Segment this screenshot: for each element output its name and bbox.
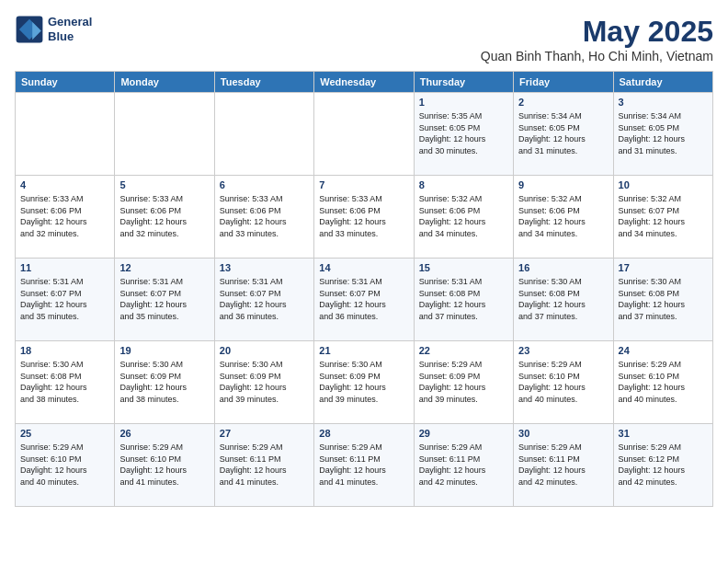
week-row-5: 25Sunrise: 5:29 AM Sunset: 6:10 PM Dayli… bbox=[16, 424, 713, 507]
week-row-3: 11Sunrise: 5:31 AM Sunset: 6:07 PM Dayli… bbox=[16, 259, 713, 341]
day-info: Sunrise: 5:32 AM Sunset: 6:07 PM Dayligh… bbox=[619, 193, 708, 239]
day-cell: 7Sunrise: 5:33 AM Sunset: 6:06 PM Daylig… bbox=[314, 176, 414, 259]
day-info: Sunrise: 5:31 AM Sunset: 6:07 PM Dayligh… bbox=[319, 276, 408, 322]
day-cell: 16Sunrise: 5:30 AM Sunset: 6:08 PM Dayli… bbox=[514, 259, 613, 341]
day-cell: 12Sunrise: 5:31 AM Sunset: 6:07 PM Dayli… bbox=[115, 259, 214, 341]
col-header-sunday: Sunday bbox=[16, 72, 115, 93]
logo: General Blue bbox=[15, 15, 92, 44]
day-cell bbox=[115, 93, 214, 176]
day-info: Sunrise: 5:30 AM Sunset: 6:09 PM Dayligh… bbox=[319, 359, 408, 405]
day-cell: 1Sunrise: 5:35 AM Sunset: 6:05 PM Daylig… bbox=[414, 93, 513, 176]
day-number: 10 bbox=[619, 179, 708, 190]
logo-text: General Blue bbox=[48, 15, 92, 43]
day-number: 11 bbox=[20, 262, 109, 273]
day-number: 18 bbox=[20, 345, 109, 356]
day-info: Sunrise: 5:30 AM Sunset: 6:08 PM Dayligh… bbox=[20, 359, 109, 405]
day-info: Sunrise: 5:29 AM Sunset: 6:09 PM Dayligh… bbox=[419, 359, 508, 405]
day-cell: 18Sunrise: 5:30 AM Sunset: 6:08 PM Dayli… bbox=[16, 341, 115, 424]
day-number: 28 bbox=[319, 428, 408, 439]
day-number: 2 bbox=[518, 97, 608, 108]
day-cell: 15Sunrise: 5:31 AM Sunset: 6:08 PM Dayli… bbox=[414, 259, 513, 341]
day-cell: 20Sunrise: 5:30 AM Sunset: 6:09 PM Dayli… bbox=[214, 341, 313, 424]
day-info: Sunrise: 5:32 AM Sunset: 6:06 PM Dayligh… bbox=[419, 193, 508, 239]
day-number: 17 bbox=[619, 262, 708, 273]
day-info: Sunrise: 5:35 AM Sunset: 6:05 PM Dayligh… bbox=[419, 110, 508, 156]
page-header: General Blue May 2025 Quan Binh Thanh, H… bbox=[15, 15, 713, 63]
day-cell: 21Sunrise: 5:30 AM Sunset: 6:09 PM Dayli… bbox=[314, 341, 414, 424]
day-cell: 2Sunrise: 5:34 AM Sunset: 6:05 PM Daylig… bbox=[514, 93, 613, 176]
day-number: 7 bbox=[319, 179, 408, 190]
day-cell: 5Sunrise: 5:33 AM Sunset: 6:06 PM Daylig… bbox=[115, 176, 214, 259]
day-cell: 26Sunrise: 5:29 AM Sunset: 6:10 PM Dayli… bbox=[115, 424, 214, 507]
day-info: Sunrise: 5:33 AM Sunset: 6:06 PM Dayligh… bbox=[20, 193, 109, 239]
day-cell: 23Sunrise: 5:29 AM Sunset: 6:10 PM Dayli… bbox=[514, 341, 613, 424]
day-info: Sunrise: 5:29 AM Sunset: 6:12 PM Dayligh… bbox=[619, 442, 708, 488]
day-cell: 29Sunrise: 5:29 AM Sunset: 6:11 PM Dayli… bbox=[414, 424, 513, 507]
day-number: 26 bbox=[119, 428, 209, 439]
day-number: 20 bbox=[220, 345, 309, 356]
day-number: 13 bbox=[220, 262, 309, 273]
day-number: 6 bbox=[220, 179, 309, 190]
day-number: 9 bbox=[518, 179, 608, 190]
day-info: Sunrise: 5:33 AM Sunset: 6:06 PM Dayligh… bbox=[319, 193, 408, 239]
day-info: Sunrise: 5:29 AM Sunset: 6:11 PM Dayligh… bbox=[419, 442, 508, 488]
day-number: 25 bbox=[20, 428, 109, 439]
day-cell: 14Sunrise: 5:31 AM Sunset: 6:07 PM Dayli… bbox=[314, 259, 414, 341]
day-number: 31 bbox=[619, 428, 708, 439]
day-cell: 13Sunrise: 5:31 AM Sunset: 6:07 PM Dayli… bbox=[214, 259, 313, 341]
day-info: Sunrise: 5:29 AM Sunset: 6:11 PM Dayligh… bbox=[220, 442, 309, 488]
day-info: Sunrise: 5:29 AM Sunset: 6:11 PM Dayligh… bbox=[319, 442, 408, 488]
day-cell: 30Sunrise: 5:29 AM Sunset: 6:11 PM Dayli… bbox=[514, 424, 613, 507]
day-cell: 25Sunrise: 5:29 AM Sunset: 6:10 PM Dayli… bbox=[16, 424, 115, 507]
day-number: 29 bbox=[419, 428, 508, 439]
day-number: 1 bbox=[419, 97, 508, 108]
day-info: Sunrise: 5:31 AM Sunset: 6:07 PM Dayligh… bbox=[119, 276, 209, 322]
day-info: Sunrise: 5:34 AM Sunset: 6:05 PM Dayligh… bbox=[619, 110, 708, 156]
calendar-title: May 2025 bbox=[481, 15, 713, 49]
calendar-header: SundayMondayTuesdayWednesdayThursdayFrid… bbox=[16, 72, 713, 93]
day-info: Sunrise: 5:29 AM Sunset: 6:10 PM Dayligh… bbox=[119, 442, 209, 488]
day-info: Sunrise: 5:34 AM Sunset: 6:05 PM Dayligh… bbox=[518, 110, 608, 156]
col-header-thursday: Thursday bbox=[414, 72, 513, 93]
day-info: Sunrise: 5:30 AM Sunset: 6:08 PM Dayligh… bbox=[518, 276, 608, 322]
day-info: Sunrise: 5:30 AM Sunset: 6:08 PM Dayligh… bbox=[619, 276, 708, 322]
week-row-1: 1Sunrise: 5:35 AM Sunset: 6:05 PM Daylig… bbox=[16, 93, 713, 176]
col-header-tuesday: Tuesday bbox=[214, 72, 313, 93]
day-cell: 11Sunrise: 5:31 AM Sunset: 6:07 PM Dayli… bbox=[16, 259, 115, 341]
day-number: 15 bbox=[419, 262, 508, 273]
day-cell: 3Sunrise: 5:34 AM Sunset: 6:05 PM Daylig… bbox=[613, 93, 712, 176]
week-row-4: 18Sunrise: 5:30 AM Sunset: 6:08 PM Dayli… bbox=[16, 341, 713, 424]
day-cell: 6Sunrise: 5:33 AM Sunset: 6:06 PM Daylig… bbox=[214, 176, 313, 259]
day-cell: 22Sunrise: 5:29 AM Sunset: 6:09 PM Dayli… bbox=[414, 341, 513, 424]
day-info: Sunrise: 5:32 AM Sunset: 6:06 PM Dayligh… bbox=[518, 193, 608, 239]
day-info: Sunrise: 5:30 AM Sunset: 6:09 PM Dayligh… bbox=[220, 359, 309, 405]
day-number: 30 bbox=[518, 428, 608, 439]
day-info: Sunrise: 5:29 AM Sunset: 6:10 PM Dayligh… bbox=[20, 442, 109, 488]
day-number: 8 bbox=[419, 179, 508, 190]
day-info: Sunrise: 5:31 AM Sunset: 6:07 PM Dayligh… bbox=[20, 276, 109, 322]
day-cell: 31Sunrise: 5:29 AM Sunset: 6:12 PM Dayli… bbox=[613, 424, 712, 507]
day-number: 22 bbox=[419, 345, 508, 356]
day-info: Sunrise: 5:29 AM Sunset: 6:10 PM Dayligh… bbox=[518, 359, 608, 405]
day-number: 4 bbox=[20, 179, 109, 190]
day-number: 16 bbox=[518, 262, 608, 273]
day-number: 27 bbox=[220, 428, 309, 439]
day-cell: 27Sunrise: 5:29 AM Sunset: 6:11 PM Dayli… bbox=[214, 424, 313, 507]
day-cell: 28Sunrise: 5:29 AM Sunset: 6:11 PM Dayli… bbox=[314, 424, 414, 507]
day-cell: 24Sunrise: 5:29 AM Sunset: 6:10 PM Dayli… bbox=[613, 341, 712, 424]
day-cell: 4Sunrise: 5:33 AM Sunset: 6:06 PM Daylig… bbox=[16, 176, 115, 259]
day-number: 5 bbox=[119, 179, 209, 190]
day-cell bbox=[314, 93, 414, 176]
day-cell: 9Sunrise: 5:32 AM Sunset: 6:06 PM Daylig… bbox=[514, 176, 613, 259]
day-info: Sunrise: 5:30 AM Sunset: 6:09 PM Dayligh… bbox=[119, 359, 209, 405]
day-cell: 8Sunrise: 5:32 AM Sunset: 6:06 PM Daylig… bbox=[414, 176, 513, 259]
day-number: 24 bbox=[619, 345, 708, 356]
day-cell bbox=[214, 93, 313, 176]
calendar-table: SundayMondayTuesdayWednesdayThursdayFrid… bbox=[15, 71, 713, 507]
day-info: Sunrise: 5:31 AM Sunset: 6:08 PM Dayligh… bbox=[419, 276, 508, 322]
calendar-subtitle: Quan Binh Thanh, Ho Chi Minh, Vietnam bbox=[481, 49, 713, 63]
day-number: 23 bbox=[518, 345, 608, 356]
day-info: Sunrise: 5:33 AM Sunset: 6:06 PM Dayligh… bbox=[220, 193, 309, 239]
day-cell: 10Sunrise: 5:32 AM Sunset: 6:07 PM Dayli… bbox=[613, 176, 712, 259]
week-row-2: 4Sunrise: 5:33 AM Sunset: 6:06 PM Daylig… bbox=[16, 176, 713, 259]
